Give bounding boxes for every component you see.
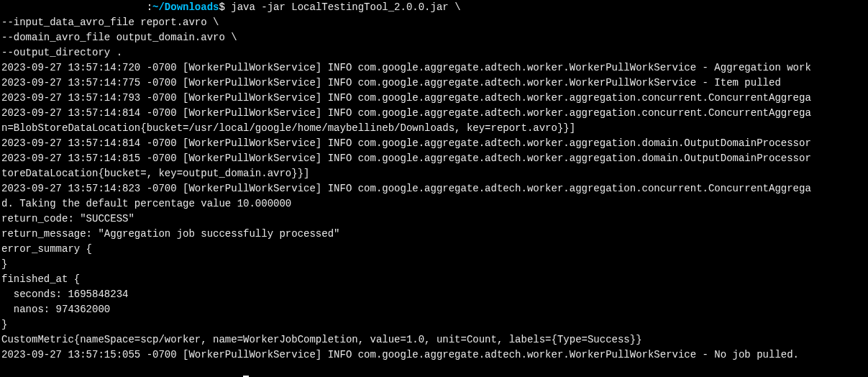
terminal-window[interactable]: :~/Downloads$ java -jar LocalTestingTool…	[0, 0, 868, 377]
prompt-dollar: $	[219, 1, 224, 13]
log-line: seconds: 1695848234	[1, 287, 867, 302]
log-line: n=BlobStoreDataLocation{bucket=/usr/loca…	[1, 121, 867, 136]
log-line: nanos: 974362000	[1, 302, 867, 317]
log-line: 2023-09-27 13:57:14:814 -0700 [WorkerPul…	[1, 106, 867, 121]
command-line-2: --input_data_avro_file report.avro \	[1, 15, 867, 30]
log-line: 2023-09-27 13:57:14:823 -0700 [WorkerPul…	[1, 181, 867, 196]
log-line: error_summary {	[1, 242, 867, 257]
command-text: java -jar LocalTestingTool_2.0.0.jar \	[225, 1, 461, 13]
prompt-line: :~/Downloads$ java -jar LocalTestingTool…	[1, 0, 867, 15]
log-line: toreDataLocation{bucket=, key=output_dom…	[1, 166, 867, 181]
log-line: 2023-09-27 13:57:14:793 -0700 [WorkerPul…	[1, 91, 867, 106]
log-line: CustomMetric{nameSpace=scp/worker, name=…	[1, 332, 867, 348]
log-line: }	[1, 317, 867, 332]
log-line: 2023-09-27 13:57:14:814 -0700 [WorkerPul…	[1, 136, 867, 151]
log-line: d. Taking the default percentage value 1…	[1, 196, 867, 212]
log-line: 2023-09-27 13:57:14:775 -0700 [WorkerPul…	[1, 76, 867, 91]
prompt-path: ~/Downloads	[152, 1, 219, 13]
command-line-3: --domain_avro_file output_domain.avro \	[1, 30, 867, 45]
prompt-colon: :	[147, 1, 152, 13]
log-line: finished_at {	[1, 272, 867, 287]
log-line: 2023-09-27 13:57:14:815 -0700 [WorkerPul…	[1, 151, 867, 166]
log-line: 2023-09-27 13:57:15:055 -0700 [WorkerPul…	[1, 348, 867, 363]
log-line: }	[1, 257, 867, 272]
log-line: return_message: "Aggregation job success…	[1, 227, 867, 242]
redacted-user-host	[1, 1, 147, 13]
log-line: return_code: "SUCCESS"	[1, 212, 867, 227]
cursor-line	[1, 363, 867, 377]
command-line-4: --output_directory .	[1, 45, 867, 60]
log-line: 2023-09-27 13:57:14:720 -0700 [WorkerPul…	[1, 60, 867, 76]
